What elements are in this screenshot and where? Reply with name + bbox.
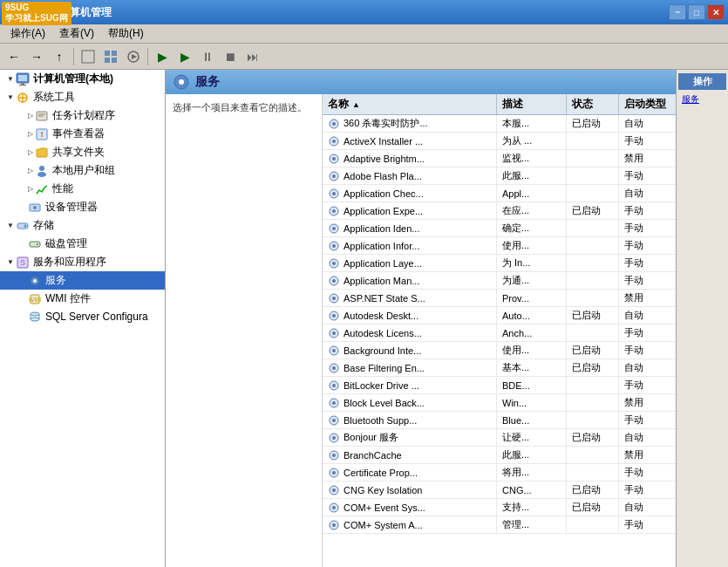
services-table-area[interactable]: 名称 ▲ 描述 状态 启动类型 登录为 bbox=[323, 94, 676, 567]
cell-status bbox=[567, 272, 619, 289]
sidebar-event-viewer[interactable]: ▷ ! 事件查看器 bbox=[0, 125, 165, 143]
sidebar-device-manager[interactable]: 设备管理器 bbox=[0, 198, 165, 216]
sidebar-system-tools[interactable]: ▼ 系统工具 bbox=[0, 88, 165, 106]
toolbar-btn-3[interactable] bbox=[123, 46, 144, 67]
table-row[interactable]: BranchCache 此服... 禁用 网络服务 bbox=[323, 447, 676, 464]
maximize-button[interactable]: □ bbox=[688, 4, 705, 20]
toolbar-btn-2[interactable] bbox=[100, 46, 121, 67]
table-row[interactable]: Application Infor... 使用... 手动 本地系统 bbox=[323, 237, 676, 255]
table-row[interactable]: Application Expe... 在应... 已启动 手动 本地系统 bbox=[323, 202, 676, 220]
table-row[interactable]: Base Filtering En... 基本... 已启动 自动 本地服务 bbox=[323, 359, 676, 377]
svg-point-85 bbox=[332, 506, 336, 509]
up-button[interactable]: ↑ bbox=[49, 46, 70, 67]
cell-desc: 为通... bbox=[497, 272, 567, 289]
cell-startup: 手动 bbox=[619, 464, 676, 481]
table-row[interactable]: Bluetooth Supp... Blue... 手动 本地服务 bbox=[323, 412, 676, 429]
col-status[interactable]: 状态 bbox=[567, 94, 619, 114]
task-icon bbox=[35, 109, 49, 123]
table-row[interactable]: Certificate Prop... 将用... 手动 本地系统 bbox=[323, 464, 676, 482]
watermark: 9SUG学习就上SUG网 bbox=[2, 2, 71, 25]
right-panel-subtitle[interactable]: 服务 bbox=[678, 92, 726, 107]
table-row[interactable]: Application Man... 为通... 手动 本地系统 bbox=[323, 272, 676, 290]
cell-desc: 让硬... bbox=[497, 429, 567, 446]
cell-desc: 使用... bbox=[497, 342, 567, 359]
svg-point-69 bbox=[332, 366, 336, 370]
cell-name: Adobe Flash Pla... bbox=[323, 167, 497, 184]
table-row[interactable]: Autodesk Deskt... Auto... 已启动 自动 本地系统 bbox=[323, 307, 676, 324]
stop-button[interactable]: ⏹ bbox=[220, 46, 241, 67]
cell-desc: 支持... bbox=[497, 499, 567, 516]
play-button-2[interactable]: ▶ bbox=[174, 46, 195, 67]
cell-startup: 自动 bbox=[619, 185, 676, 202]
svg-point-21 bbox=[37, 172, 46, 177]
table-row[interactable]: Background Inte... 使用... 已启动 手动 本地系统 bbox=[323, 342, 676, 359]
sidebar-storage[interactable]: ▼ 存储 bbox=[0, 216, 165, 235]
menu-action[interactable]: 操作(A) bbox=[3, 24, 52, 43]
sidebar-performance[interactable]: ▷ 性能 bbox=[0, 180, 165, 198]
sidebar-disk-mgmt[interactable]: 磁盘管理 bbox=[0, 235, 165, 253]
cell-name: Application Infor... bbox=[323, 237, 497, 254]
expand-icon: ▼ bbox=[7, 222, 14, 229]
cell-name: Background Inte... bbox=[323, 342, 497, 359]
table-row[interactable]: ASP.NET State S... Prov... 禁用 网络服务 bbox=[323, 290, 676, 307]
gear-icon bbox=[328, 135, 340, 147]
gear-icon bbox=[328, 188, 340, 200]
content-header: 服务 bbox=[166, 70, 676, 94]
sidebar-local-users[interactable]: ▷ 本地用户和组 bbox=[0, 161, 165, 180]
table-row[interactable]: CNG Key Isolation CNG... 已启动 手动 本地系统 bbox=[323, 482, 676, 499]
table-row[interactable]: Application Laye... 为 In... 手动 本地服务 bbox=[323, 255, 676, 272]
cell-status: 已启动 bbox=[567, 342, 619, 359]
minimize-button[interactable]: － bbox=[669, 4, 686, 20]
menu-view[interactable]: 查看(V) bbox=[52, 24, 101, 43]
menu-bar: 操作(A) 查看(V) 帮助(H) bbox=[0, 24, 728, 44]
cell-startup: 手动 bbox=[619, 412, 676, 428]
table-row[interactable]: 360 杀毒实时防护... 本服... 已启动 自动 本地系统 bbox=[323, 115, 676, 133]
svg-point-71 bbox=[332, 384, 336, 387]
close-button[interactable]: ✕ bbox=[707, 4, 725, 20]
services-container: 选择一个项目来查看它的描述。 名称 ▲ 描述 状态 启动类型 bbox=[166, 94, 676, 567]
table-row[interactable]: Bonjour 服务 让硬... 已启动 自动 本地系统 bbox=[323, 429, 676, 447]
cell-status: 已启动 bbox=[567, 482, 619, 498]
cell-desc: Anch... bbox=[497, 324, 567, 341]
play-button[interactable]: ▶ bbox=[152, 46, 173, 67]
table-row[interactable]: Adobe Flash Pla... 此服... 手动 本地服务 bbox=[323, 167, 676, 185]
cell-status: 已启动 bbox=[567, 202, 619, 219]
table-row[interactable]: BitLocker Drive ... BDE... 手动 本地系统 bbox=[323, 377, 676, 394]
sidebar-services[interactable]: 服务 bbox=[0, 271, 165, 290]
sidebar-shared-folders[interactable]: ▷ 共享文件夹 bbox=[0, 143, 165, 161]
table-row[interactable]: Block Level Back... Win... 禁用 本地系统 bbox=[323, 394, 676, 412]
title-bar: 9SUG学习就上SUG网 计算机管理 － □ ✕ bbox=[0, 0, 728, 24]
table-row[interactable]: Application Chec... Appl... 自动 本地系统 bbox=[323, 185, 676, 202]
menu-help[interactable]: 帮助(H) bbox=[101, 24, 151, 43]
sidebar-sql-config[interactable]: SQL Server Configura bbox=[0, 308, 165, 325]
restart-button[interactable]: ⏭ bbox=[242, 46, 263, 67]
table-row[interactable]: Application Iden... 确定... 手动 本地服务 bbox=[323, 220, 676, 237]
col-name[interactable]: 名称 ▲ bbox=[323, 94, 497, 114]
sidebar-services-apps[interactable]: ▼ S 服务和应用程序 bbox=[0, 253, 165, 271]
sidebar-root[interactable]: ▼ 计算机管理(本地) bbox=[0, 70, 165, 88]
table-row[interactable]: Adaptive Brightm... 监视... 禁用 本地服务 bbox=[323, 150, 676, 167]
storage-icon bbox=[16, 219, 30, 233]
pause-button[interactable]: ⏸ bbox=[197, 46, 218, 67]
cell-name: Application Expe... bbox=[323, 202, 497, 219]
table-row[interactable]: COM+ Event Sys... 支持... 已启动 自动 本地系统 bbox=[323, 499, 676, 516]
table-row[interactable]: ActiveX Installer ... 为从 ... 手动 本地系统 bbox=[323, 133, 676, 150]
shared-folders-label: 共享文件夹 bbox=[52, 145, 105, 160]
svg-rect-10 bbox=[21, 83, 24, 85]
cell-startup: 手动 bbox=[619, 516, 676, 533]
toolbar-btn-1[interactable] bbox=[78, 46, 99, 67]
cell-startup: 手动 bbox=[619, 324, 676, 341]
cell-desc: 使用... bbox=[497, 237, 567, 254]
svg-rect-4 bbox=[105, 58, 110, 63]
col-startup[interactable]: 启动类型 bbox=[619, 94, 676, 114]
back-button[interactable]: ← bbox=[3, 46, 24, 67]
table-row[interactable]: Autodesk Licens... Anch... 手动 本地系统 bbox=[323, 324, 676, 342]
cell-status: 已启动 bbox=[567, 115, 619, 132]
sql-icon bbox=[28, 310, 42, 324]
expand-icon: ▼ bbox=[7, 75, 14, 83]
sidebar-task-scheduler[interactable]: ▷ 任务计划程序 bbox=[0, 106, 165, 125]
sidebar-wmi[interactable]: WMI WMI 控件 bbox=[0, 290, 165, 308]
table-row[interactable]: COM+ System A... 管理... 手动 本地系统 bbox=[323, 516, 676, 534]
forward-button[interactable]: → bbox=[26, 46, 47, 67]
col-desc[interactable]: 描述 bbox=[497, 94, 567, 114]
